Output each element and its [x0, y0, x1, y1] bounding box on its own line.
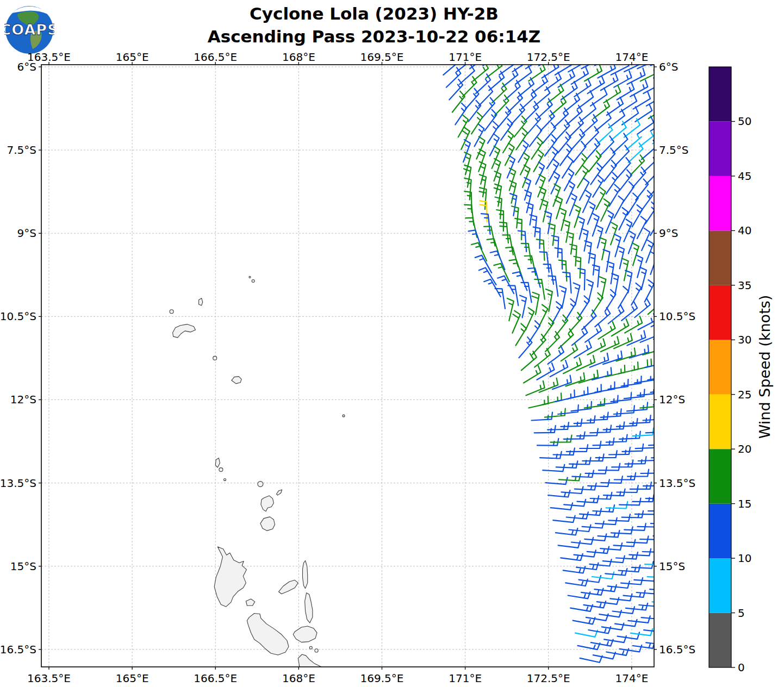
lon-tick-label-bottom: 169.5°E — [360, 672, 404, 685]
wind-barb — [580, 509, 601, 516]
wind-barb — [471, 243, 487, 261]
wind-barb — [574, 205, 581, 227]
wind-barb — [654, 463, 675, 470]
wind-barb — [515, 218, 522, 240]
island — [214, 547, 246, 607]
wind-barb — [659, 86, 677, 103]
wind-barb — [638, 520, 659, 527]
islet — [224, 479, 226, 481]
wind-barb — [627, 193, 638, 215]
lat-tick-label-left: 16.5°S — [0, 643, 36, 656]
wind-barb — [664, 110, 681, 128]
wind-barb — [646, 425, 667, 433]
wind-barb — [552, 302, 562, 324]
colorbar-tick-label: 50 — [738, 115, 751, 128]
wind-barb — [546, 478, 568, 485]
lon-tick-label-bottom: 163.5°E — [27, 672, 71, 685]
wind-barb — [565, 299, 576, 321]
wind-barb — [614, 71, 631, 87]
wind-barb — [608, 581, 630, 588]
wind-barb — [496, 210, 503, 231]
wind-barb — [598, 61, 615, 78]
wind-barb — [603, 249, 609, 272]
wind-barb — [655, 609, 676, 616]
map-plot: 163.5°E163.5°E165°E165°E166.5°E166.5°E16… — [0, 0, 784, 687]
wind-barb — [596, 226, 603, 248]
wind-barb — [588, 202, 595, 224]
wind-barbs-layer — [441, 38, 685, 663]
wind-barb — [580, 656, 602, 663]
wind-barb — [558, 541, 581, 547]
wind-barb — [634, 574, 656, 582]
lat-tick-label-right: 7.5°S — [659, 143, 689, 157]
wind-barb — [656, 542, 677, 549]
wind-barb — [638, 314, 656, 330]
lat-tick-label-right: 16.5°S — [659, 643, 695, 656]
colorbar-segment — [709, 340, 731, 394]
wind-barb — [610, 594, 632, 601]
wind-barb — [528, 396, 548, 408]
wind-barb — [623, 590, 645, 597]
wind-barb — [597, 598, 619, 604]
colorbar-segment — [709, 230, 731, 285]
lon-tick-label-bottom: 174°E — [615, 672, 648, 685]
wind-barb — [570, 245, 577, 266]
wind-barb — [587, 547, 609, 554]
wind-barb — [571, 402, 592, 411]
wind-barb — [624, 220, 632, 242]
wind-barb — [658, 199, 671, 221]
islands-layer — [170, 276, 345, 671]
wind-barb — [559, 260, 567, 282]
wind-barb — [584, 534, 606, 541]
lat-tick-label-left: 7.5°S — [7, 143, 36, 157]
wind-barb — [526, 203, 533, 225]
wind-barb — [646, 89, 664, 106]
wind-barb — [582, 521, 604, 528]
island — [277, 490, 282, 495]
wind-barb — [652, 126, 669, 143]
wind-barb — [548, 490, 570, 497]
wind-barb — [552, 376, 571, 389]
island — [293, 626, 317, 642]
wind-barb — [653, 529, 675, 536]
colorbar-tick-label: 30 — [738, 333, 751, 346]
wind-barb — [495, 197, 502, 219]
wind-barb — [612, 319, 629, 336]
wind-barb — [615, 620, 637, 626]
gridlines — [41, 65, 654, 667]
wind-barb — [664, 380, 685, 390]
lat-tick-label-right: 6°S — [659, 60, 678, 73]
lat-tick-label-left: 6°S — [17, 60, 36, 73]
lon-tick-label-bottom: 172.5°E — [527, 672, 570, 685]
wind-barb — [659, 635, 681, 642]
wind-barb — [582, 229, 588, 251]
wind-barb — [561, 486, 583, 494]
island — [199, 298, 203, 305]
islet — [309, 646, 312, 649]
island — [261, 496, 274, 511]
colorbar-tick-label: 20 — [738, 442, 751, 455]
wind-barb — [637, 255, 643, 277]
colorbar-segment — [709, 121, 731, 176]
wind-barb — [595, 518, 617, 525]
lat-tick-label-left: 15°S — [10, 560, 36, 573]
wind-barb — [619, 208, 629, 230]
wind-barb — [624, 389, 645, 398]
wind-barb — [484, 279, 501, 297]
wind-barb — [639, 133, 655, 147]
islet — [170, 310, 173, 314]
colorbar-segment — [709, 285, 731, 340]
wind-barb — [644, 625, 665, 632]
lat-tick-label-left: 9°S — [17, 227, 36, 240]
wind-barb — [571, 538, 593, 545]
colorbar-tick-label: 45 — [738, 170, 751, 183]
colorbar: 05101520253035404550 — [709, 67, 751, 674]
wind-barb — [512, 311, 520, 333]
island — [232, 377, 241, 384]
wind-barb — [649, 438, 670, 446]
wind-barb — [614, 196, 624, 218]
wind-barb — [618, 246, 624, 268]
wind-barb — [639, 600, 661, 607]
wind-barb — [475, 255, 491, 273]
lon-tick-label-bottom: 171°E — [449, 672, 482, 685]
